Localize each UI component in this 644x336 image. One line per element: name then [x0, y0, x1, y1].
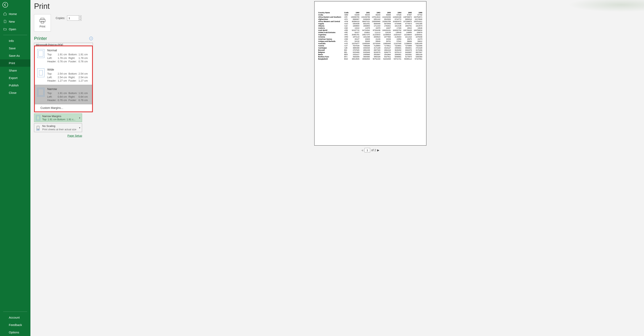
table-cell: 152752671 [412, 16, 423, 18]
table-cell: 11167000 [391, 42, 402, 45]
table-cell: 24473 [412, 38, 423, 40]
table-cell: 5027811 [381, 56, 391, 58]
table-cell: 13410 [350, 27, 360, 29]
table-cell: 1941498 [360, 36, 370, 38]
nav-close[interactable]: Close [0, 89, 30, 96]
nav-print[interactable]: Print [0, 59, 30, 67]
table-cell: 2465865 [360, 53, 370, 56]
table-cell: BEN [344, 53, 350, 56]
next-page-icon[interactable]: ▶ [377, 148, 379, 152]
table-cell: 1711319 [370, 25, 381, 27]
table-cell: 92197715 [350, 29, 360, 31]
table-row: Africa Eastern and SouthernAFE1308367651… [318, 16, 423, 18]
table-cell: 138049 [391, 31, 402, 34]
nav-info[interactable]: Info [0, 37, 30, 45]
table-cell: 104953470 [391, 20, 402, 23]
margin-option-narrow[interactable]: Narrow Top:1.91 cmBottom:1.91 cm Left:0.… [35, 85, 92, 104]
prev-page-icon[interactable]: ◀ [361, 148, 363, 152]
table-cell: ASM [344, 38, 350, 40]
print-button[interactable]: Print [34, 14, 51, 32]
nav-export[interactable]: Export [0, 74, 30, 82]
table-cell: 7322066 [412, 45, 423, 47]
table-cell: 49362834 [360, 58, 370, 60]
margin-narrow-icon [37, 88, 44, 97]
table-cell: 159979 [412, 31, 423, 34]
table-cell: 10950000 [381, 42, 391, 45]
printer-section-label: Printer i [34, 36, 93, 41]
preview-page: Country NameCode196019611962196319641965… [314, 1, 426, 145]
margins-setting[interactable]: Narrow Margins Top: 1.91 cm Bottom: 1.91… [34, 113, 82, 122]
margin-normal-icon [37, 49, 44, 58]
table-cell: 137614644 [370, 16, 381, 18]
nav-share[interactable]: Share [0, 67, 30, 74]
table-cell: 144920186 [391, 16, 402, 18]
table-cell: 22029 [381, 38, 391, 40]
table-cell: Andorra [318, 27, 344, 29]
print-preview-area: Country NameCode196019611962196319641965… [96, 0, 644, 336]
table-cell: 4030325 [360, 47, 370, 49]
table-cell: 5679409 [381, 23, 391, 25]
nav-home[interactable]: Home [0, 10, 30, 18]
table-cell: 112112 [370, 31, 381, 34]
table-row: ArgentinaARG2048178120817270211530422148… [318, 34, 423, 36]
table-cell: 9153489 [350, 51, 360, 53]
custom-margins-item[interactable]: Custom Margins... [35, 104, 92, 111]
margin-option-wide[interactable]: Wide Top:2.54 cmBottom:2.54 cm Left:2.54… [35, 66, 92, 85]
table-cell: 4960328 [370, 56, 381, 58]
margin-wide-icon [37, 68, 44, 77]
copies-spinner[interactable]: ▲ ▼ [67, 16, 82, 21]
nav-publish[interactable]: Publish [0, 82, 30, 89]
table-cell: 9956318 [402, 18, 412, 20]
table-cell: 9463667 [402, 51, 412, 53]
table-cell: 21824427 [391, 34, 402, 36]
nav-options[interactable]: Options [0, 328, 30, 336]
table-header-cell: 1964 [391, 12, 402, 14]
table-cell: 105736428 [402, 29, 412, 31]
copies-up-icon[interactable]: ▲ [79, 16, 81, 18]
table-cell: 10483000 [360, 42, 370, 45]
table-cell: 4456691 [391, 47, 402, 49]
table-cell: 2542864 [381, 53, 391, 56]
nav-save[interactable]: Save [0, 45, 30, 52]
table-row: AustraliaAUS1027647710483000107420001095… [318, 42, 423, 45]
table-cell: BEL [344, 51, 350, 53]
table-row: Africa Western and CentralAFW96396419984… [318, 20, 423, 23]
table-cell: BDI [344, 49, 350, 51]
table-cell: 2145004 [391, 36, 402, 38]
scaling-setting-sub: Print sheets at their actual size [42, 128, 80, 131]
page-setup-link[interactable]: Page Setup [68, 134, 82, 137]
nav-save-as[interactable]: Save As [0, 52, 30, 59]
nav-new[interactable]: New [0, 18, 30, 25]
margin-option-normal[interactable]: Normal Top:1.91 cmBottom:1.91 cm Left:1.… [35, 46, 92, 66]
table-cell: 21153042 [370, 34, 381, 36]
table-cell: 22494031 [412, 34, 423, 36]
table-row: Burkina FasoBFA4829289489458049603285027… [318, 56, 423, 58]
table-cell: Afghanistan [318, 18, 344, 20]
print-button-label: Print [40, 25, 46, 28]
nav-open[interactable]: Open [0, 25, 30, 33]
table-cell: ARM [344, 36, 350, 38]
table-cell: AUT [344, 45, 350, 47]
table-cell: Angola [318, 23, 344, 25]
page-navigation: ◀ of 2 ▶ [361, 148, 379, 152]
table-header-cell: 1961 [360, 12, 370, 14]
table-cell: 57702 [412, 14, 423, 16]
table-cell: 56699 [381, 14, 391, 16]
back-button[interactable] [2, 1, 9, 9]
table-cell: 2009524 [370, 36, 381, 38]
copies-input[interactable] [67, 16, 78, 21]
scaling-setting[interactable]: 100 No Scaling Print sheets at their act… [34, 123, 82, 132]
table-cell: Australia [318, 42, 344, 45]
printer-info-icon[interactable]: i [89, 37, 93, 40]
table-cell: Armenia [318, 36, 344, 38]
nav-feedback[interactable]: Feedback [0, 321, 30, 328]
table-cell: Benin [318, 53, 344, 56]
copies-down-icon[interactable]: ▼ [79, 18, 81, 21]
table-cell: 10174840 [412, 18, 423, 20]
table-cell: 97334438 [370, 29, 381, 31]
page-number-input[interactable] [364, 148, 370, 152]
nav-account[interactable]: Account [0, 314, 30, 321]
table-row: BurundiBDI279792528524382907320296441630… [318, 49, 423, 51]
table-cell: 92417 [350, 31, 360, 34]
table-cell: 56701 [381, 40, 391, 42]
